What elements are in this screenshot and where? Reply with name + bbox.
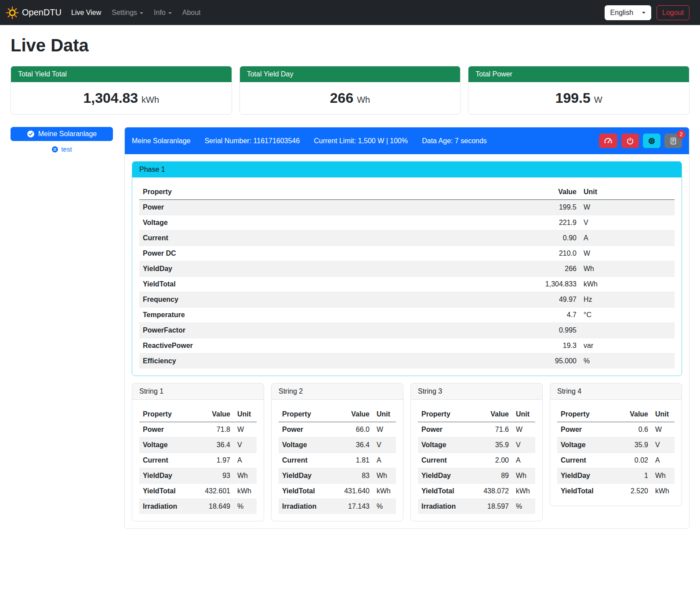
table-header-row: Property Value Unit xyxy=(279,407,396,422)
card-header: Total Power xyxy=(468,66,689,82)
value-cell: 2.520 xyxy=(609,484,652,499)
inverter-select-button[interactable]: Meine Solaranlage xyxy=(11,127,113,141)
string-1-table: Property Value Unit Power71.8WVoltage36.… xyxy=(139,407,257,514)
table-header-row: Property Value Unit xyxy=(418,407,535,422)
string-1-card: String 1 Property Value Unit xyxy=(132,383,264,521)
card-body: 199.5W xyxy=(468,82,689,114)
property-cell: Voltage xyxy=(279,438,331,453)
serial-number: Serial Number: 116171603546 xyxy=(204,137,300,145)
table-row: Frequency49.97Hz xyxy=(139,292,675,308)
property-cell: Frequency xyxy=(139,292,492,308)
value-cell: 19.3 xyxy=(492,338,580,354)
unit-cell: A xyxy=(234,453,257,468)
table-row: ReactivePower19.3var xyxy=(139,338,675,354)
logout-button[interactable]: Logout xyxy=(656,5,689,20)
unit-cell: % xyxy=(580,354,675,369)
property-column-header: Property xyxy=(139,407,192,422)
value-cell: 95.000 xyxy=(492,354,580,369)
journal-icon xyxy=(669,137,677,145)
property-cell: Power xyxy=(139,200,492,215)
unit-cell: Wh xyxy=(234,468,257,484)
nav-item-info-label: Info xyxy=(154,9,166,16)
string-3-table: Property Value Unit Power71.6WVoltage35.… xyxy=(418,407,535,514)
language-select[interactable]: English xyxy=(605,5,651,20)
card-value: 199.5 xyxy=(555,90,591,106)
card-unit: W xyxy=(594,95,602,105)
unit-cell: Wh xyxy=(512,468,535,484)
value-cell: 71.8 xyxy=(192,422,234,438)
device-info-button[interactable] xyxy=(643,134,660,148)
total-yield-day-card: Total Yield Day 266Wh xyxy=(239,66,461,115)
string-card-title: String 4 xyxy=(550,384,682,400)
property-cell: Efficiency xyxy=(139,354,492,369)
unit-cell: Wh xyxy=(652,468,675,484)
nav-links: Live View Settings Info About xyxy=(66,5,206,20)
card-unit: Wh xyxy=(357,95,370,105)
unit-cell: A xyxy=(512,453,535,468)
table-row: Current2.00A xyxy=(418,453,535,468)
inverter-panel: Meine Solaranlage Serial Number: 1161716… xyxy=(124,127,689,529)
unit-cell: A xyxy=(580,231,675,246)
strings-row: String 1 Property Value Unit xyxy=(132,383,682,521)
value-cell: 17.143 xyxy=(331,499,373,514)
value-cell: 36.4 xyxy=(192,438,234,453)
cpu-icon xyxy=(648,137,656,145)
table-row: YieldDay1Wh xyxy=(557,468,675,484)
brand-label: OpenDTU xyxy=(22,7,62,18)
value-cell: 35.9 xyxy=(470,438,512,453)
brand[interactable]: OpenDTU xyxy=(6,6,62,19)
property-cell: Voltage xyxy=(139,215,492,231)
string-card-title: String 1 xyxy=(132,384,264,400)
inverter-panel-body: Phase 1 Property Value Unit P xyxy=(125,154,689,528)
table-row: Current1.81A xyxy=(279,453,396,468)
nav-item-info[interactable]: Info xyxy=(149,5,177,20)
value-cell: 18.649 xyxy=(192,499,234,514)
inverter-panel-header: Meine Solaranlage Serial Number: 1161716… xyxy=(125,127,689,154)
limit-settings-button[interactable] xyxy=(599,134,617,148)
table-row: Power71.6W xyxy=(418,422,535,438)
navbar: OpenDTU Live View Settings Info About En… xyxy=(0,0,700,25)
value-cell: 93 xyxy=(192,468,234,484)
value-cell: 49.97 xyxy=(492,292,580,308)
property-cell: YieldTotal xyxy=(139,484,192,499)
table-header-row: Property Value Unit xyxy=(139,407,257,422)
total-power-card: Total Power 199.5W xyxy=(468,66,689,115)
value-cell: 266 xyxy=(492,261,580,277)
table-row: Current0.90A xyxy=(139,231,675,246)
inverter-item-test[interactable]: test xyxy=(51,145,72,153)
caret-down-icon xyxy=(168,12,172,14)
check-circle-icon xyxy=(27,130,35,138)
value-column-header: Value xyxy=(331,407,373,422)
value-column-header: Value xyxy=(609,407,652,422)
unit-cell: V xyxy=(234,438,257,453)
event-log-button[interactable]: 2 xyxy=(664,134,682,148)
property-cell: YieldTotal xyxy=(557,484,609,499)
inverter-item-test-label: test xyxy=(61,145,72,153)
table-row: PowerFactor0.995 xyxy=(139,323,675,338)
property-cell: YieldDay xyxy=(418,468,470,484)
table-row: Irradiation18.649% xyxy=(139,499,257,514)
value-cell: 0.995 xyxy=(492,323,580,338)
property-cell: Current xyxy=(279,453,331,468)
power-settings-button[interactable] xyxy=(621,134,639,148)
property-cell: Irradiation xyxy=(279,499,331,514)
table-row: Current1.97A xyxy=(139,453,257,468)
property-cell: Current xyxy=(139,231,492,246)
unit-column-header: Unit xyxy=(580,185,675,200)
unit-cell: kWh xyxy=(234,484,257,499)
value-column-header: Value xyxy=(192,407,234,422)
phase-card-body: Property Value Unit Power199.5WVoltage22… xyxy=(132,177,682,369)
navbar-right: English Logout xyxy=(605,5,689,20)
value-column-header: Value xyxy=(492,185,580,200)
property-cell: Current xyxy=(139,453,192,468)
property-column-header: Property xyxy=(279,407,331,422)
nav-item-settings[interactable]: Settings xyxy=(106,5,149,20)
value-cell: 0.90 xyxy=(492,231,580,246)
unit-cell: W xyxy=(373,422,396,438)
unit-cell: kWh xyxy=(652,484,675,499)
nav-item-live-view[interactable]: Live View xyxy=(66,5,106,20)
content-row: Meine Solaranlage test Meine Solaranlage… xyxy=(11,127,689,529)
nav-item-about[interactable]: About xyxy=(177,5,206,20)
value-cell: 89 xyxy=(470,468,512,484)
unit-cell: kWh xyxy=(580,277,675,292)
